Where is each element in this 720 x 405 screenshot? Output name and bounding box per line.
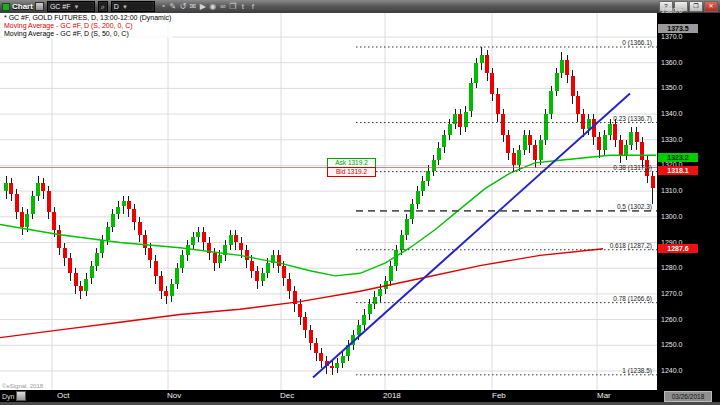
chart-legend: * GC #F, GOLD FUTURES, D, 13:00-12:00 (D… [2, 14, 173, 38]
interval-value: D [114, 3, 119, 10]
copyright-text: ©eSignal, 2018 [2, 383, 43, 389]
price-tick-label: 1330.0 [661, 136, 682, 143]
price-tick-label: 1310.0 [661, 187, 682, 194]
toolbar-icons: ◔✎↺✉▶◉∞❐tf [158, 2, 258, 11]
chart-window: Chart GC #F ▼ ⌕ D ▼ ◔✎↺✉▶◉∞❐tf ?_❐✕ 0 (1… [0, 0, 720, 405]
price-tick-label: 1370.0 [661, 33, 682, 40]
chevron-down-icon[interactable]: ▼ [74, 4, 80, 10]
month-label-Oct: Oct [57, 391, 69, 400]
price-tick-label: 1280.0 [661, 264, 682, 271]
month-label-2018: 2018 [383, 391, 401, 400]
price-tick-label: 1300.0 [661, 213, 682, 220]
close-button[interactable]: ✕ [704, 1, 718, 12]
price-tick-label: 1270.0 [661, 290, 682, 297]
fib-label-1: 1 (1238.5) [622, 367, 652, 374]
price-tick-label: 1250.0 [661, 341, 682, 348]
price-tick-label: 1360.0 [661, 59, 682, 66]
price-axis[interactable]: 1380.01370.01360.01350.01340.01330.01320… [657, 13, 720, 390]
bid-label: Bid 1319.2 [327, 167, 376, 177]
window-title[interactable]: Chart [2, 2, 44, 11]
legend-ma200-line: Moving Average - GC #F, D (S, 200, 0, C) [4, 22, 171, 30]
cursor-date-tag: 03/26/2018 [664, 391, 712, 402]
legend-ma50-line: Moving Average - GC #F, D (S, 50, 0, C) [4, 30, 171, 38]
facebook-icon[interactable]: f [248, 2, 258, 11]
fib-label-0.618: 0.618 (1287.2) [610, 242, 652, 249]
price-tick-label: 1240.0 [661, 367, 682, 374]
clock-icon[interactable]: ◔ [158, 2, 168, 11]
time-template-button[interactable]: Dyn [2, 391, 26, 401]
trendline[interactable] [313, 94, 630, 378]
month-label-Dec: Dec [280, 391, 294, 400]
symbol-value: GC #F [50, 3, 71, 10]
fib-label-0.38: 0.38 (1317.6) [613, 164, 652, 171]
month-label-Feb: Feb [492, 391, 506, 400]
last-price-tag: 1318.1 [658, 166, 698, 175]
undo-icon[interactable]: ↺ [178, 2, 188, 11]
record-icon[interactable]: ◉ [208, 2, 218, 11]
quote-note-icon[interactable]: ✉ [188, 2, 198, 11]
fib-label-0.23: 0.23 (1336.7) [613, 115, 652, 122]
time-axis[interactable]: Dyn 03/26/2018 OctNovDec2018FebMar [0, 390, 720, 402]
legend-symbol-line: * GC #F, GOLD FUTURES, D, 13:00-12:00 (D… [4, 14, 171, 22]
overlays-layer [0, 13, 657, 390]
fib-label-0.78: 0.78 (1266.6) [613, 295, 652, 302]
chevron-down-icon[interactable]: ▼ [122, 4, 128, 10]
ask-price-tag: 1323.2 [658, 153, 698, 162]
price-tick-label: 1380.0 [661, 7, 682, 14]
month-label-Nov: Nov [167, 391, 181, 400]
app-icon [2, 3, 10, 11]
play-icon[interactable]: ▶ [198, 2, 208, 11]
layout-grid-icon[interactable] [35, 2, 44, 11]
chart-plot-area[interactable]: 0 (1366.1)0.23 (1336.7)0.38 (1317.6)0.5 … [0, 13, 657, 390]
price-tick-label: 1350.0 [661, 84, 682, 91]
fib-label-0.5: 0.5 (1302.3) [617, 203, 652, 210]
search-icon: ⌕ [101, 3, 105, 11]
window-title-label: Chart [12, 2, 33, 11]
symbol-input[interactable]: GC #F ▼ [47, 1, 95, 12]
price-tick-label: 1260.0 [661, 316, 682, 323]
price-tick-label: 1340.0 [661, 110, 682, 117]
fib-label-0: 0 (1366.1) [622, 39, 652, 46]
twitter-icon[interactable]: t [238, 2, 248, 11]
titlebar: Chart GC #F ▼ ⌕ D ▼ ◔✎↺✉▶◉∞❐tf ?_❐✕ [0, 0, 720, 13]
symbol-search-button[interactable]: ⌕ [98, 1, 108, 12]
calendar-icon[interactable] [16, 391, 26, 401]
dyn-label: Dyn [2, 393, 14, 400]
restore-button[interactable]: ❐ [689, 1, 703, 12]
ma200-value-tag: 1287.6 [658, 244, 698, 253]
window-layout-icon[interactable]: ❐ [228, 2, 238, 11]
session-high-tag: 1373.5 [658, 24, 698, 33]
ma200-line [0, 249, 603, 338]
month-label-Mar: Mar [597, 391, 611, 400]
interval-select[interactable]: D ▼ [111, 1, 155, 12]
link-icon[interactable]: ∞ [218, 2, 228, 11]
pencil-draw-icon[interactable]: ✎ [168, 2, 178, 11]
